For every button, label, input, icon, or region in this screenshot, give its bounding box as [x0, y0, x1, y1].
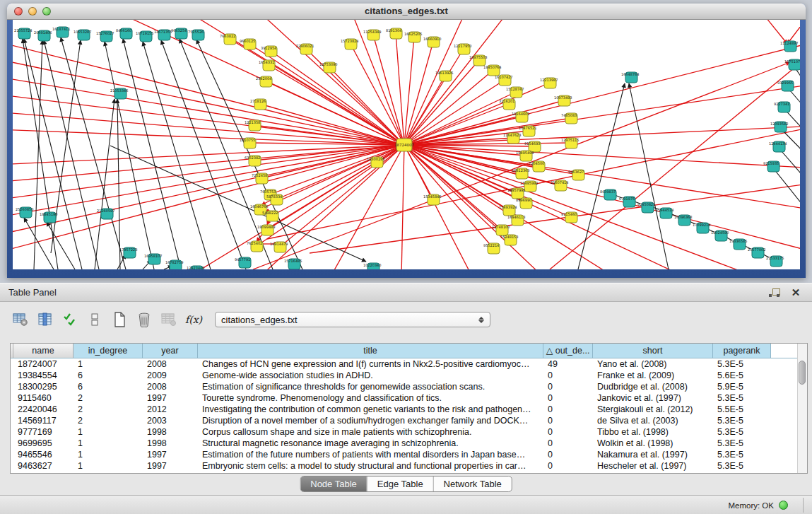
function-builder-icon[interactable]: f(x)	[184, 311, 203, 328]
vertical-scrollbar[interactable]	[797, 344, 807, 473]
graph-node[interactable]: 17099214	[693, 223, 710, 233]
graph-node[interactable]: 9457791	[235, 257, 251, 268]
graph-node[interactable]: 20691406	[34, 30, 52, 41]
table-row[interactable]: 1938455462009Genome-wide association stu…	[11, 370, 797, 381]
graph-node[interactable]: 16648784	[621, 72, 639, 83]
delete-icon[interactable]	[135, 311, 153, 328]
tab-network-table[interactable]: Network Table	[434, 477, 512, 491]
graph-node[interactable]: 21053346	[110, 88, 128, 99]
graph-node[interactable]: 1654331	[259, 60, 275, 71]
table-row[interactable]: 946362711997Embryonic stem cells: a mode…	[11, 460, 797, 472]
graph-node[interactable]: 12444134	[769, 141, 787, 152]
table-row[interactable]: 1830029562008Estimation of significance …	[11, 381, 797, 392]
graph-node[interactable]: 15944514	[656, 208, 673, 218]
network-canvas[interactable]: 2105572420691406161874111065328715276027…	[13, 20, 800, 269]
graph-node[interactable]: 9463627	[568, 170, 584, 180]
graph-node[interactable]: 18099489	[257, 225, 275, 235]
column-header-title[interactable]: title	[198, 344, 543, 358]
graph-node[interactable]: 6302382	[245, 156, 261, 166]
graph-node[interactable]: 16107427	[495, 75, 512, 86]
graph-node[interactable]: 19613926	[435, 71, 453, 81]
graph-node[interactable]: 10220340	[363, 263, 381, 269]
graph-node[interactable]: 12923448	[187, 266, 204, 269]
table-row[interactable]: 977716911998Corpus callosum shape and si…	[11, 426, 797, 438]
graph-node[interactable]: 14957991	[507, 188, 525, 199]
graph-node[interactable]: 9215935	[763, 161, 779, 172]
graph-node[interactable]: 16958107	[144, 254, 162, 264]
table-settings-icon[interactable]	[11, 311, 30, 328]
graph-node[interactable]: 10719155	[136, 31, 153, 42]
citation-graph[interactable]: 2105572420691406161874111065328715276027…	[13, 20, 800, 269]
graph-node[interactable]: 18845190	[40, 212, 57, 223]
graph-node[interactable]: 21260597	[97, 209, 114, 219]
graph-node[interactable]: 15723824	[341, 39, 358, 49]
graph-node[interactable]: 15716485	[284, 259, 302, 269]
graph-node[interactable]: 12753090	[319, 62, 337, 73]
tab-node-table[interactable]: Node Table	[300, 477, 367, 491]
table-row[interactable]: 1872400712008Changes of HCN gene express…	[11, 358, 797, 370]
table-selector-dropdown[interactable]: citations_edges.txt	[215, 312, 490, 327]
graph-node[interactable]: 21533175	[766, 256, 784, 267]
window-titlebar[interactable]: citations_edges.txt	[7, 4, 806, 20]
table-row[interactable]: 911546021997Tourette syndrome. Phenomeno…	[11, 392, 797, 404]
graph-node[interactable]: 1810755	[240, 138, 256, 148]
graph-node[interactable]: 9552214	[483, 243, 500, 254]
select-rows-icon[interactable]	[61, 311, 79, 328]
column-visibility-icon[interactable]	[36, 311, 54, 328]
scrollbar-thumb[interactable]	[799, 361, 806, 385]
graph-node[interactable]: 14671355	[154, 30, 172, 40]
graph-node[interactable]: 15248153	[500, 235, 518, 245]
table-row[interactable]: 2242004622012Investigating the contribut…	[11, 404, 797, 415]
graph-node[interactable]: 25260850	[16, 207, 33, 218]
graph-node[interactable]: 3216201	[499, 99, 515, 110]
graph-node[interactable]: 19336585	[729, 239, 747, 250]
column-header-year[interactable]: year	[143, 344, 198, 358]
graph-node[interactable]: 16946113	[507, 215, 525, 226]
graph-node[interactable]: 15751074	[784, 59, 800, 70]
graph-node[interactable]: 21055724	[14, 28, 32, 39]
new-document-icon[interactable]	[110, 311, 129, 328]
column-header-name[interactable]: name	[13, 344, 73, 358]
graph-node[interactable]: 7663822	[220, 34, 236, 45]
graph-node[interactable]: 21607414	[551, 180, 568, 191]
graph-node[interactable]: 10476521	[519, 126, 536, 136]
column-header-short[interactable]: short	[593, 344, 713, 358]
graph-node[interactable]: 16660910	[423, 37, 441, 47]
column-header-in_degree[interactable]: in_degree	[73, 344, 143, 358]
graph-node[interactable]: 7625402	[247, 241, 263, 252]
table-row[interactable]: 946554611997Estimation of the future num…	[11, 449, 797, 460]
graph-node[interactable]: 7515526	[188, 30, 204, 40]
graph-node[interactable]: 9643254	[171, 28, 187, 39]
graph-node[interactable]: 12213987	[540, 78, 558, 88]
graph-node[interactable]: 15276027	[96, 31, 114, 42]
graph-hub-node[interactable]: 18724007	[394, 139, 414, 151]
graph-node[interactable]: 15128747	[506, 87, 524, 98]
graph-node[interactable]: 18495499	[516, 151, 534, 161]
minimize-window-button[interactable]	[28, 7, 37, 16]
zoom-window-button[interactable]	[42, 7, 51, 16]
column-header-out_de[interactable]: △ out_de...	[543, 344, 593, 358]
graph-node[interactable]: 7485083	[561, 113, 577, 124]
graph-node[interactable]: 2342004	[256, 76, 272, 87]
float-window-icon[interactable]	[767, 286, 782, 299]
graph-node[interactable]: 8996990	[516, 198, 532, 209]
graph-node[interactable]: 15493924	[499, 205, 517, 216]
graph-node[interactable]: 16187411	[52, 27, 70, 37]
table-row[interactable]: 969969511998Structural magnetic resonanc…	[11, 438, 797, 449]
graph-node[interactable]: 9227341	[774, 102, 790, 112]
graph-node[interactable]: 10653287	[73, 30, 91, 40]
graph-node[interactable]: 10973493	[554, 95, 572, 106]
tab-edge-table[interactable]: Edge Table	[367, 477, 434, 491]
graph-node[interactable]: 9660125	[240, 39, 256, 49]
column-header-pagerank[interactable]: pagerank	[713, 344, 771, 358]
graph-node[interactable]: 18024590	[711, 230, 729, 241]
graph-node[interactable]: 12217950	[454, 44, 471, 54]
graph-node[interactable]: 16914479	[270, 242, 288, 252]
graph-node[interactable]: 8191304	[386, 28, 402, 39]
close-panel-icon[interactable]: ✕	[788, 286, 804, 299]
row-options-icon[interactable]	[86, 311, 104, 328]
graph-node[interactable]: 11254349	[363, 30, 381, 40]
graph-node[interactable]: 8639837	[600, 189, 616, 200]
graph-node[interactable]: 15345846	[423, 194, 441, 205]
graph-node[interactable]: 16625205	[404, 32, 422, 42]
